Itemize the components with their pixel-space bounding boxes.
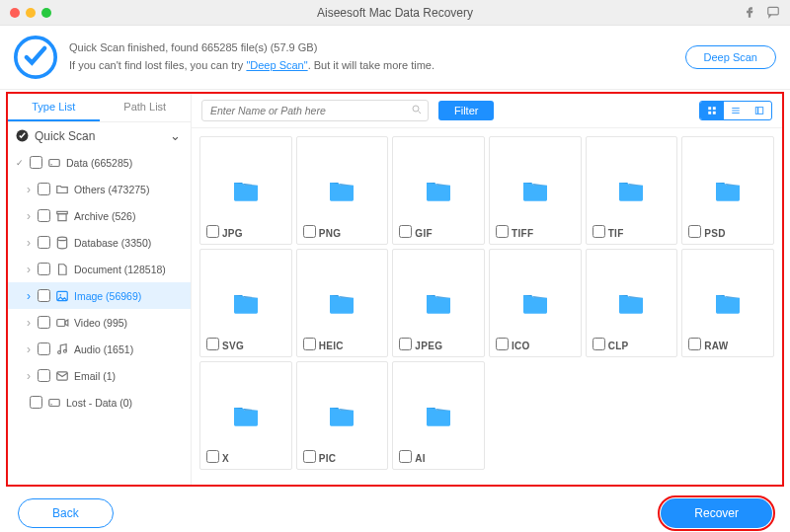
deep-scan-link[interactable]: "Deep Scan" [246,59,307,71]
grid-checkbox[interactable] [688,225,701,238]
main-panel: Type List Path List Quick Scan ⌄ ✓Data (… [6,92,784,487]
window-maximize-button[interactable] [41,8,51,18]
tree-checkbox[interactable] [38,263,50,275]
folder-icon [516,287,554,319]
deep-scan-button[interactable]: Deep Scan [685,45,776,69]
grid-item-label: JPEG [415,341,480,351]
grid-checkbox[interactable] [206,450,219,463]
grid-checkbox[interactable] [592,338,605,350]
tree-checkbox[interactable] [38,342,50,355]
grid-item-label: JPG [222,228,287,239]
folder-grid: JPGPNGGIFTIFFTIFPSDSVGHEICJPEGICOCLPRAWX… [192,128,782,485]
titlebar: Aiseesoft Mac Data Recovery [0,0,790,26]
tab-path-list[interactable]: Path List [100,94,192,121]
chevron-right-icon: › [22,289,36,303]
grid-item[interactable]: PNG [296,136,389,245]
grid-item[interactable]: JPEG [392,249,485,357]
audio-icon [55,342,69,356]
tree-item-folder[interactable]: ›Others (473275) [8,176,191,202]
tree-checkbox[interactable] [38,289,50,302]
grid-checkbox[interactable] [399,450,412,463]
grid-item-label: PNG [319,228,384,239]
tree-item-video[interactable]: ›Video (995) [8,309,191,336]
grid-item[interactable]: ICO [489,249,582,357]
grid-item[interactable]: JPG [199,136,292,245]
status-bar: Quick Scan finished, found 665285 file(s… [0,26,790,90]
grid-item[interactable]: TIF [586,136,678,245]
tree-item-label: Database (3350) [74,237,151,249]
tree-item-email[interactable]: ›Email (1) [8,362,191,389]
tree-checkbox[interactable] [38,183,50,195]
grid-item[interactable]: GIF [392,136,485,245]
view-list-button[interactable] [724,102,748,119]
grid-checkbox[interactable] [592,225,605,238]
view-columns-button[interactable] [748,102,771,119]
chevron-right-icon: › [22,316,36,330]
folder-icon [709,287,747,319]
tab-type-list[interactable]: Type List [8,94,100,121]
drive-icon [47,396,61,410]
tree-item-drive[interactable]: ✓Data (665285) [8,149,191,176]
tree-checkbox[interactable] [38,369,50,382]
search-input[interactable] [201,100,429,121]
grid-item[interactable]: PSD [681,136,774,245]
grid-checkbox[interactable] [688,338,701,350]
grid-item-label: PIC [319,453,384,464]
grid-item[interactable]: X [199,361,292,470]
tree-checkbox[interactable] [38,209,50,222]
grid-item-label: TIF [608,228,673,239]
tree-item-document[interactable]: ›Document (128518) [8,256,191,282]
tree-checkbox[interactable] [30,156,42,169]
grid-checkbox[interactable] [303,338,316,350]
window-minimize-button[interactable] [26,8,36,18]
status-text: Quick Scan finished, found 665285 file(s… [69,39,434,74]
back-button[interactable]: Back [18,498,114,528]
grid-item-label: GIF [415,228,480,239]
email-icon [55,369,69,383]
folder-icon [55,183,69,196]
grid-checkbox[interactable] [206,225,219,238]
facebook-icon[interactable] [743,5,756,21]
quick-scan-header[interactable]: Quick Scan ⌄ [8,122,191,149]
grid-item[interactable]: RAW [681,249,774,357]
grid-checkbox[interactable] [303,225,316,238]
grid-item[interactable]: AI [392,361,485,470]
window-close-button[interactable] [10,8,20,18]
grid-checkbox[interactable] [206,338,219,350]
toolbar: Filter [192,94,782,128]
tree-item-image[interactable]: ›Image (56969) [8,282,191,309]
tree-item-database[interactable]: ›Database (3350) [8,229,191,256]
tree-item-archive[interactable]: ›Archive (526) [8,202,191,229]
grid-item-label: AI [415,453,480,464]
image-icon [55,289,69,303]
folder-icon [227,400,265,431]
grid-item[interactable]: PIC [296,361,389,470]
grid-checkbox[interactable] [496,338,509,350]
filter-button[interactable]: Filter [438,101,494,120]
grid-checkbox[interactable] [496,225,509,238]
tree-checkbox[interactable] [30,396,42,409]
grid-item[interactable]: HEIC [296,249,389,357]
search-icon [411,104,423,117]
grid-item-label: CLP [608,341,673,351]
recover-button[interactable]: Recover [661,498,772,528]
grid-item[interactable]: TIFF [489,136,582,245]
grid-checkbox[interactable] [399,225,412,238]
grid-item[interactable]: SVG [199,249,292,357]
check-icon: ✓ [16,158,28,168]
tree-checkbox[interactable] [38,316,50,329]
drive-icon [47,156,61,170]
grid-item[interactable]: CLP [586,249,678,357]
content-panel: Filter JPGPNGGIFTIFFTIFPSDSVGHEICJPEGICO… [192,94,782,485]
scan-complete-icon [14,36,57,79]
tree-item-label: Data (665285) [66,157,132,169]
tree-item-drive[interactable]: Lost - Data (0) [8,389,191,416]
tree-checkbox[interactable] [38,236,50,249]
tree-item-audio[interactable]: ›Audio (1651) [8,336,191,362]
grid-checkbox[interactable] [399,338,412,350]
view-grid-button[interactable] [700,102,724,119]
feedback-icon[interactable] [766,5,780,21]
grid-item-label: X [222,453,287,464]
grid-item-label: SVG [222,341,287,351]
grid-checkbox[interactable] [303,450,316,463]
